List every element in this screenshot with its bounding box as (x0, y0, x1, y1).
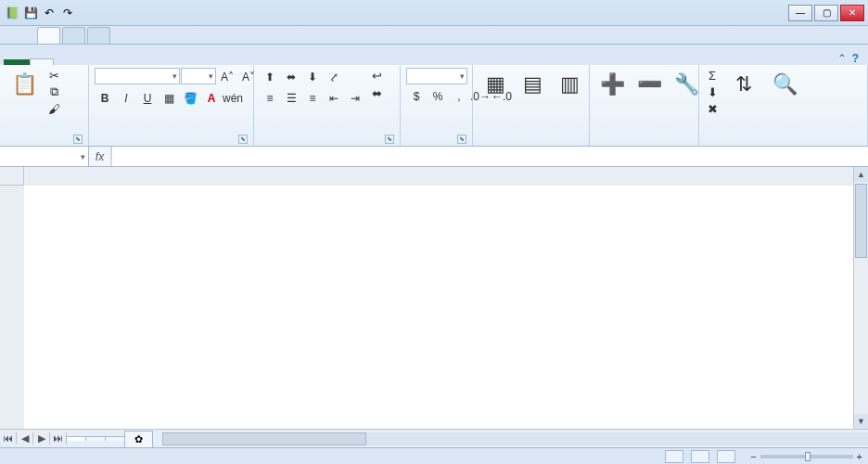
align-top-button[interactable]: ⬆ (260, 68, 280, 86)
scroll-up-icon[interactable]: ▲ (854, 167, 868, 182)
currency-button[interactable]: $ (406, 87, 427, 106)
fill-icon: ⬇ (705, 84, 720, 99)
group-editing: Σ ⬇ ✖ ⇅ 🔍 (699, 65, 868, 146)
status-bar: − + (0, 447, 868, 464)
align-right-button[interactable]: ≡ (302, 89, 323, 108)
underline-button[interactable]: U (137, 89, 158, 108)
cell-styles-icon: ▥ (555, 70, 584, 99)
font-color-button[interactable]: A (201, 89, 222, 108)
paste-icon: 📋 (9, 70, 39, 99)
zoom-out-button[interactable]: − (750, 451, 756, 462)
group-alignment: ⬆ ⬌ ⬇ ⤤ ≡ ☰ ≡ ⇤ ⇥ ↩ ⬌ ⬊ (254, 65, 401, 146)
scroll-thumb[interactable] (855, 184, 867, 258)
zoom-in-button[interactable]: + (857, 451, 862, 462)
merge-center-button[interactable]: ⬌ (369, 85, 386, 100)
indent-inc-button[interactable]: ⇥ (345, 89, 365, 108)
comma-button[interactable]: , (449, 87, 469, 106)
delete-cells-button[interactable]: ➖ (632, 68, 666, 103)
font-size-select[interactable] (181, 68, 216, 84)
cut-button[interactable]: ✂ (46, 68, 63, 83)
worksheet-grid[interactable]: ▲ ▼ (0, 167, 868, 429)
fx-button[interactable]: fx (89, 147, 111, 166)
insert-icon: ➕ (597, 70, 627, 99)
format-as-table-button[interactable]: ▤ (516, 68, 549, 103)
scroll-down-icon[interactable]: ▼ (854, 414, 868, 429)
group-cells: ➕ ➖ 🔧 (590, 65, 699, 146)
autosum-button[interactable]: Σ (705, 68, 721, 83)
scroll-thumb[interactable] (162, 432, 366, 445)
number-format-select[interactable] (406, 68, 467, 84)
quick-access-toolbar: 📗 💾 ↶ ↷ (4, 5, 76, 21)
sheet-nav-prev[interactable]: ◀ (17, 432, 33, 445)
select-all-corner[interactable] (0, 167, 24, 186)
view-break-button[interactable] (717, 450, 735, 463)
font-name-select[interactable] (95, 68, 180, 84)
align-left-button[interactable]: ≡ (260, 89, 280, 108)
conditional-format-button[interactable]: ▦ (479, 68, 512, 103)
indent-dec-button[interactable]: ⇤ (324, 89, 344, 108)
format-icon: 🔧 (671, 70, 701, 99)
group-number: $ % , .0→ ←.0 ⬊ (401, 65, 473, 146)
horizontal-scrollbar[interactable] (162, 432, 868, 445)
find-select-button[interactable]: 🔍 (766, 68, 803, 103)
phonetic-button[interactable]: wén (223, 89, 243, 108)
sheet-nav-next[interactable]: ▶ (33, 432, 50, 445)
new-sheet-button[interactable]: ✿ (124, 431, 153, 447)
format-painter-button[interactable]: 🖌 (46, 101, 63, 116)
ribbon: 📋 ✂ ⧉ 🖌 ⬊ A˄ A˅ B I U ▦ 🪣 (0, 65, 868, 147)
name-box[interactable] (0, 147, 89, 166)
save-icon[interactable]: 💾 (22, 5, 39, 21)
orientation-button[interactable]: ⤤ (324, 68, 344, 86)
sort-icon: ⇅ (729, 70, 759, 99)
cell-styles-button[interactable]: ▥ (553, 68, 586, 103)
sheet-tab[interactable] (85, 436, 106, 441)
paste-button[interactable]: 📋 (6, 68, 43, 103)
vertical-scrollbar[interactable]: ▲ ▼ (853, 167, 868, 429)
excel-icon: 📗 (4, 5, 20, 21)
zoom-slider[interactable] (760, 455, 853, 458)
delete-icon: ➖ (634, 70, 664, 99)
minimize-ribbon-icon[interactable]: ⌃ (837, 52, 847, 65)
insert-cells-button[interactable]: ➕ (595, 68, 629, 103)
help-icon[interactable]: ? (852, 52, 859, 65)
sheet-nav-last[interactable]: ⏭ (50, 432, 67, 445)
fill-color-button[interactable]: 🪣 (180, 89, 200, 108)
sheet-tab[interactable] (105, 436, 125, 441)
sheet-nav-first[interactable]: ⏮ (0, 432, 17, 445)
dialog-launcher[interactable]: ⬊ (457, 135, 466, 144)
view-layout-button[interactable] (691, 450, 709, 463)
eraser-icon: ✖ (705, 101, 720, 116)
formula-input[interactable] (111, 147, 868, 166)
close-button[interactable]: ✕ (840, 5, 864, 21)
sort-filter-button[interactable]: ⇅ (725, 68, 762, 103)
percent-button[interactable]: % (428, 87, 448, 106)
undo-icon[interactable]: ↶ (41, 5, 57, 21)
document-tab[interactable] (62, 27, 85, 44)
align-middle-button[interactable]: ⬌ (281, 68, 301, 86)
dialog-launcher[interactable]: ⬊ (73, 135, 83, 144)
copy-button[interactable]: ⧉ (46, 84, 63, 99)
view-normal-button[interactable] (665, 450, 683, 463)
document-tab[interactable] (87, 27, 110, 44)
minimize-button[interactable]: — (788, 5, 812, 21)
format-cells-button[interactable]: 🔧 (670, 68, 703, 103)
maximize-button[interactable]: ▢ (814, 5, 838, 21)
dialog-launcher[interactable]: ⬊ (238, 135, 248, 144)
align-bottom-button[interactable]: ⬇ (302, 68, 323, 86)
cond-format-icon: ▦ (480, 70, 510, 99)
dialog-launcher[interactable]: ⬊ (385, 135, 394, 144)
border-button[interactable]: ▦ (159, 89, 179, 108)
sheet-tab[interactable] (66, 436, 86, 441)
clear-button[interactable]: ✖ (705, 101, 721, 116)
document-tab[interactable] (37, 27, 60, 44)
fill-button[interactable]: ⬇ (705, 84, 721, 99)
align-center-button[interactable]: ☰ (281, 89, 301, 108)
tab-home[interactable] (30, 58, 54, 65)
grow-font-button[interactable]: A˄ (217, 68, 237, 86)
italic-button[interactable]: I (116, 89, 136, 108)
table-format-icon: ▤ (517, 70, 547, 99)
sigma-icon: Σ (705, 68, 720, 83)
redo-icon[interactable]: ↷ (59, 5, 76, 21)
bold-button[interactable]: B (95, 89, 115, 108)
wrap-text-button[interactable]: ↩ (369, 68, 386, 83)
